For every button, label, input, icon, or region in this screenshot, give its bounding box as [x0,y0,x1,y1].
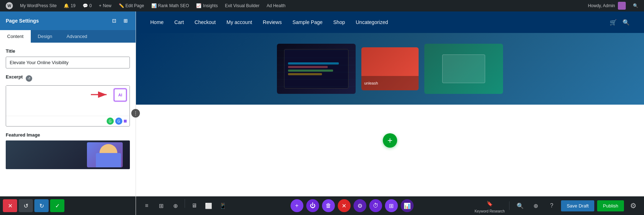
wp-logo-item[interactable]: W [3,0,16,11]
settings-btn[interactable]: ⚙ [353,199,366,212]
keyword-research-btn[interactable]: 🔖 Keyword Research [474,199,504,213]
tab-design[interactable]: Design [31,30,59,43]
title-input[interactable] [6,57,130,68]
redo-button[interactable]: ↻ [34,199,49,212]
desktop-icon-btn[interactable]: 🖥 [188,199,201,212]
power-btn[interactable]: ⏻ [306,199,319,212]
excerpt-bottom-icons: G G [6,116,130,126]
site-name-item[interactable]: My WordPress Site [17,0,59,11]
search-icon[interactable]: 🔍 [623,19,630,26]
drag-handle[interactable]: ⋮ [131,109,140,118]
comment-icon: 💬 [83,3,88,8]
admin-bar-right: Howdy, Admin 🔍 [585,2,641,10]
analytics-btn[interactable]: 📊 [401,199,414,212]
search-admin-icon: 🔍 [633,3,638,8]
edit-page-label: Edit Page [126,3,144,8]
nav-checkout[interactable]: Checkout [195,19,216,25]
nav-myaccount[interactable]: My account [226,19,252,25]
panel-content: Title Excerpt ↺ [0,43,136,215]
accessibility-btn[interactable]: ⚙ [627,199,640,212]
nav-uncategorized[interactable]: Uncategorized [356,19,388,25]
nav-cart[interactable]: Cart [174,19,184,25]
mobile-icon-btn[interactable]: 📱 [216,199,229,212]
comments-item[interactable]: 💬 0 [80,0,95,11]
site-nav: Home Cart Checkout My account Reviews Sa… [136,11,644,33]
wp-logo: W [6,2,13,9]
add-block-button[interactable]: + [383,133,397,148]
insights-label: Insights [203,3,218,8]
ai-button[interactable]: AI [114,89,127,101]
toolbar-center: + ⏻ 🗑 ✕ ⚙ ⏱ ⊞ 📊 [231,199,472,212]
teal-inner [442,54,485,83]
bookmark-icon: 🔖 [485,199,495,209]
panel-title: Page Settings [6,18,39,24]
hamburger-icon-btn[interactable]: ≡ [140,199,153,212]
delete-btn[interactable]: 🗑 [322,199,335,212]
nav-shop[interactable]: Shop [333,19,345,25]
hero-images: unleash [277,44,503,94]
undo-button[interactable]: ↺ [19,199,33,212]
ad-health-label: Ad Health [267,3,286,8]
howdy-item[interactable]: Howdy, Admin [585,2,629,10]
layers-toolbar-btn[interactable]: ⊕ [530,199,542,212]
grammarly-secondary-icon[interactable]: G [115,118,122,125]
excerpt-wrapper: AI G G [6,85,130,126]
ad-health-item[interactable]: Ad Health [264,0,288,11]
rank-math-icon: 📊 [151,3,157,8]
publish-button[interactable]: Publish [597,200,624,211]
help-toolbar-btn[interactable]: ? [545,199,558,212]
save-draft-button[interactable]: Save Draft [561,200,594,211]
insights-item[interactable]: 📈 Insights [193,0,220,11]
grammarly-icon[interactable]: G [107,118,114,125]
nav-reviews[interactable]: Reviews [263,19,282,25]
nav-right: 🛒 🔍 [610,19,630,26]
right-content: Home Cart Checkout My account Reviews Sa… [136,11,644,215]
excerpt-label: Excerpt [6,74,23,80]
edit-page-item[interactable]: ✏️ Edit Page [116,0,147,11]
layout-btn[interactable]: ⊞ [385,199,398,212]
notification-icon: 🔔 [64,3,69,8]
save-button[interactable]: ✓ [50,199,64,212]
hero-img-code [277,44,356,94]
tablet-icon-btn[interactable]: ⬜ [202,199,215,212]
search-toolbar-btn[interactable]: 🔍 [514,199,527,212]
add-icon-btn[interactable]: ⊕ [169,199,182,212]
panel-tabs: Content Design Advanced [0,30,136,43]
avatar [618,2,626,10]
tab-advanced[interactable]: Advanced [59,30,94,43]
nav-sample[interactable]: Sample Page [292,19,322,25]
close-btn[interactable]: ✕ [338,199,351,212]
expand-icon[interactable]: ⊞ [121,16,130,25]
excerpt-textarea[interactable] [6,86,130,114]
keyword-research-label: Keyword Research [474,209,504,213]
bottom-toolbar: ≡ ⊞ ⊕ 🖥 ⬜ 📱 + ⏻ 🗑 ✕ ⚙ ⏱ ⊞ 📊 [136,196,644,215]
reset-icon[interactable]: ↺ [26,75,32,82]
notifications-item[interactable]: 🔔 19 [61,0,78,11]
grid-icon-btn[interactable]: ⊞ [155,199,167,212]
purple-dot [124,120,127,123]
title-label: Title [6,48,130,54]
left-toolbar-icons: ≡ ⊞ ⊕ 🖥 ⬜ 📱 [140,199,229,212]
hero-img-red: unleash [361,47,419,90]
featured-image-thumb[interactable] [6,140,130,169]
history-btn[interactable]: ⏱ [369,199,382,212]
tab-content[interactable]: Content [0,30,31,43]
exit-builder-item[interactable]: Exit Visual Builder [222,0,263,11]
notification-count: 19 [70,3,75,8]
minimize-icon[interactable]: ⊡ [110,16,118,25]
cart-icon[interactable]: 🛒 [610,19,617,26]
cancel-button[interactable]: ✕ [3,199,17,212]
person-silhouette [87,142,123,167]
panel-header-icons: ⊡ ⊞ [110,16,130,25]
person-body [96,153,121,167]
rank-math-label: Rank Math SEO [158,3,189,8]
edit-icon: ✏️ [119,3,124,8]
new-item[interactable]: + New [96,0,114,11]
excerpt-label-row: Excerpt ↺ [6,74,130,82]
nav-home[interactable]: Home [150,19,164,25]
search-admin-item[interactable]: 🔍 [630,3,641,8]
rank-math-item[interactable]: 📊 Rank Math SEO [148,0,192,11]
site-name: My WordPress Site [20,3,57,8]
featured-image-label: Featured Image [6,132,130,138]
add-element-btn[interactable]: + [291,199,303,212]
